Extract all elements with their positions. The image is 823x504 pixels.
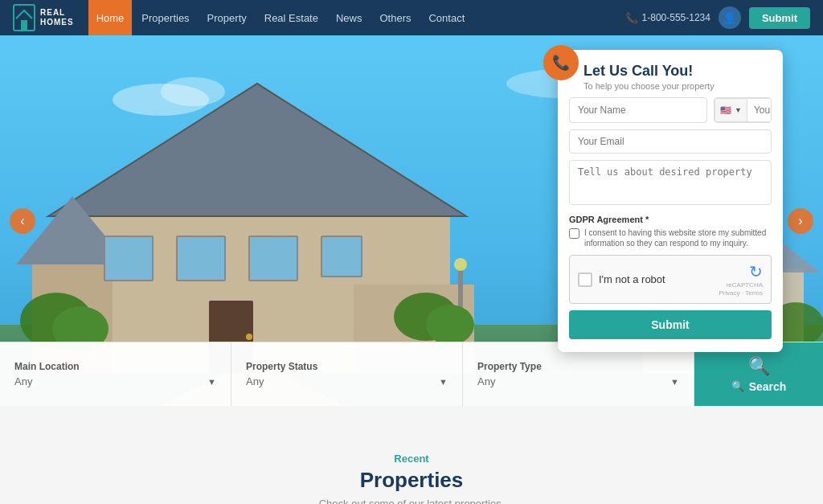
chevron-right-icon: › (798, 214, 802, 228)
flag-icon: 🇺🇸 (720, 105, 731, 116)
carousel-prev-button[interactable]: ‹ (10, 208, 35, 234)
property-status-select[interactable]: Any ▼ (246, 375, 448, 387)
logo: REAL HOMES (13, 4, 74, 31)
logo-icon (13, 4, 35, 31)
captcha-label: I'm not a robot (599, 273, 665, 285)
captcha-brand: ↻ reCAPTCHAPrivacy · Terms (719, 262, 763, 297)
dropdown-arrow: ▼ (735, 106, 742, 114)
recaptcha-icon: ↻ (719, 262, 763, 281)
svg-rect-1 (21, 20, 27, 30)
navbar-submit-button[interactable]: Submit (749, 7, 810, 29)
name-input[interactable] (569, 97, 707, 123)
nav-real-estate[interactable]: Real Estate (256, 0, 326, 35)
carousel-next-button[interactable]: › (788, 208, 813, 234)
gdpr-text-content: I consent to having this website store m… (584, 227, 772, 248)
main-location-select[interactable]: Any ▼ (14, 375, 216, 387)
hero-section: ‹ › 📞 Let Us Call You! To help you choos… (0, 35, 823, 406)
nav-property[interactable]: Property (199, 0, 255, 35)
main-location-chevron: ▼ (207, 377, 216, 387)
property-status-field[interactable]: Property Status Any ▼ (231, 342, 463, 406)
number-input[interactable] (747, 98, 772, 122)
call-icon-bubble: 📞 (543, 45, 579, 80)
captcha-badge: reCAPTCHAPrivacy · Terms (719, 281, 763, 297)
navbar: REAL HOMES Home Properties Property Real… (0, 0, 823, 35)
nav-links: Home Properties Property Real Estate New… (88, 0, 625, 35)
call-form-header: Let Us Call You! To help you choose your… (558, 50, 783, 97)
captcha-left: I'm not a robot (578, 272, 665, 287)
captcha-checkbox[interactable] (578, 272, 592, 287)
call-form-body: 🇺🇸 ▼ GDPR Agreement * I consent to havin… (558, 97, 783, 339)
user-avatar[interactable]: 👤 (719, 6, 741, 29)
property-status-label: Property Status (246, 361, 448, 372)
nav-right: 📞 1-800-555-1234 👤 Submit (625, 6, 810, 29)
nav-contact[interactable]: Contact (420, 0, 473, 35)
main-location-label: Main Location (14, 361, 216, 372)
search-small-icon: 🔍 (731, 380, 744, 392)
property-type-value: Any (477, 375, 495, 387)
search-button-text: 🔍 Search (731, 380, 787, 393)
call-form-title: Let Us Call You! (583, 63, 768, 80)
call-form-subtitle: To help you choose your property (583, 81, 768, 91)
call-form-submit-button[interactable]: Submit (569, 310, 772, 339)
phone-ring-icon: 📞 (552, 54, 570, 72)
property-type-select[interactable]: Any ▼ (477, 375, 679, 387)
search-large-icon: 🔍 (748, 356, 770, 377)
nav-properties[interactable]: Properties (133, 0, 197, 35)
gdpr-agreement: I consent to having this website store m… (569, 227, 772, 248)
recent-label: Recent (16, 453, 807, 465)
main-location-field[interactable]: Main Location Any ▼ (0, 342, 231, 406)
property-status-value: Any (246, 375, 264, 387)
recent-section: Recent Properties Check out some of our … (0, 430, 823, 504)
main-location-value: Any (14, 375, 32, 387)
gdpr-checkbox[interactable] (569, 228, 579, 239)
nav-news[interactable]: News (328, 0, 371, 35)
nav-others[interactable]: Others (371, 0, 419, 35)
email-input[interactable] (569, 129, 772, 154)
captcha-box: I'm not a robot ↻ reCAPTCHAPrivacy · Ter… (569, 255, 772, 304)
recent-subtitle: Check out some of our latest properties. (16, 498, 807, 504)
brand-name: REAL HOMES (40, 8, 74, 27)
call-form-card: 📞 Let Us Call You! To help you choose yo… (558, 50, 783, 352)
search-label: Search (749, 380, 787, 393)
nav-home[interactable]: Home (88, 0, 133, 35)
phone-prefix: 🇺🇸 ▼ (714, 98, 747, 122)
phone-number: 1-800-555-1234 (642, 12, 710, 23)
recent-title: Properties (16, 468, 807, 493)
name-number-row: 🇺🇸 ▼ (569, 97, 772, 123)
property-status-chevron: ▼ (439, 377, 448, 387)
property-type-chevron: ▼ (670, 377, 679, 387)
property-type-label: Property Type (477, 361, 679, 372)
message-textarea[interactable] (569, 160, 772, 205)
phone-icon: 📞 (625, 12, 638, 24)
phone-area: 📞 1-800-555-1234 (625, 12, 710, 24)
chevron-left-icon: ‹ (20, 214, 24, 228)
gdpr-title: GDPR Agreement * (569, 215, 772, 224)
